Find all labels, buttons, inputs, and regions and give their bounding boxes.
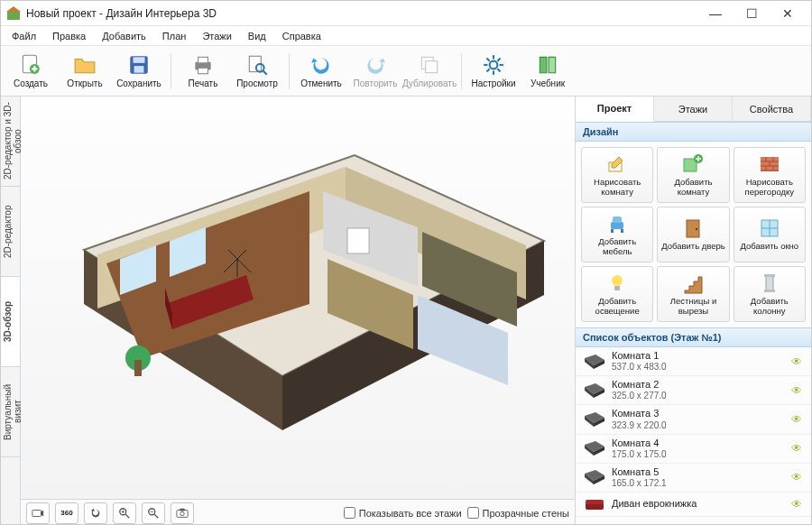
redo-button[interactable]: Повторить [351,49,400,94]
svg-point-56 [180,511,184,515]
tab-properties[interactable]: Свойства [733,97,811,121]
add-window-button[interactable]: Добавить окно [734,207,806,262]
svg-line-22 [486,69,489,71]
printer-icon [191,53,215,77]
menubar: Файл Правка Добавить План Этажи Вид Спра… [1,26,811,46]
save-button[interactable]: Сохранить [115,49,163,94]
viewport: 360 Показывать все этажи Прозрачные стен… [21,97,575,525]
transparent-walls-checkbox[interactable]: Прозрачные стены [467,507,569,519]
zoom-in-button[interactable] [113,502,136,524]
stairs-button[interactable]: Лестницы и вырезы [657,266,729,322]
svg-rect-8 [198,57,208,63]
minimize-button[interactable]: — [697,5,734,23]
tab-project[interactable]: Проект [576,97,654,122]
svg-point-15 [490,61,498,69]
toolbar-separator [171,53,171,89]
pencil-room-icon [606,153,628,175]
print-button[interactable]: Печать [179,49,227,94]
list-item[interactable]: Комната 1537.0 x 483.0 👁 [576,347,811,376]
menu-edit[interactable]: Правка [45,29,93,43]
svg-rect-0 [7,11,20,20]
tab-floors[interactable]: Этажи [654,97,733,121]
svg-point-75 [696,228,697,230]
svg-rect-57 [180,508,184,511]
svg-rect-6 [134,66,144,73]
add-room-button[interactable]: Добавить комнату [657,147,729,203]
menu-floors[interactable]: Этажи [195,29,238,43]
visibility-icon[interactable]: 👁 [791,442,804,455]
tab-2d3d[interactable]: 2D-редактор и 3D-обзор [1,97,20,187]
visibility-icon[interactable]: 👁 [791,384,804,397]
svg-rect-72 [611,229,614,233]
svg-rect-100 [586,500,604,504]
camera-button[interactable] [26,502,50,524]
design-section-header: Дизайн [576,122,811,142]
chair-icon [606,213,628,235]
room-shape-icon [583,410,606,428]
new-document-icon [19,53,42,77]
svg-rect-82 [764,274,775,277]
visibility-icon[interactable]: 👁 [791,471,804,484]
maximize-button[interactable]: ☐ [734,5,770,23]
menu-file[interactable]: Файл [5,29,43,43]
stairs-icon [682,272,704,294]
pan-360-button[interactable]: 360 [55,502,78,524]
menu-plan[interactable]: План [155,29,194,43]
svg-line-21 [497,69,500,71]
add-furniture-button[interactable]: Добавить мебель [581,207,653,262]
svg-line-53 [154,513,158,517]
visibility-icon[interactable]: 👁 [791,355,804,368]
create-button[interactable]: Создать [6,49,55,94]
left-sidebar-tabs: 2D-редактор и 3D-обзор 2D-редактор 3D-об… [1,97,21,525]
tutorial-button[interactable]: Учебник [523,49,572,94]
floppy-icon [127,53,151,77]
settings-button[interactable]: Настройки [469,49,518,94]
show-all-floors-checkbox[interactable]: Показывать все этажи [344,507,462,519]
menu-view[interactable]: Вид [241,29,273,43]
visibility-icon[interactable]: 👁 [791,413,804,426]
list-item[interactable]: Комната 4175.0 x 175.0 👁 [576,435,811,464]
draw-partition-button[interactable]: Нарисовать перегородку [734,147,806,203]
svg-rect-71 [613,216,622,223]
add-column-button[interactable]: Добавить колонну [734,266,806,322]
list-item[interactable]: Комната 5165.0 x 172.1 👁 [576,464,811,493]
tab-3d[interactable]: 3D-обзор [1,277,20,367]
tab-virtual[interactable]: Виртуальный визит [1,367,20,457]
menu-add[interactable]: Добавить [95,29,153,43]
add-door-button[interactable]: Добавить дверь [657,207,729,262]
add-room-icon [682,153,704,175]
svg-line-49 [125,513,129,517]
reset-view-button[interactable] [84,502,107,524]
zoom-out-button[interactable] [142,502,165,524]
app-icon [6,6,21,21]
list-item[interactable]: Диван еврокнижка 👁 [576,493,811,517]
titlebar: Новый проект - Дизайн Интерьера 3D — ☐ ✕ [1,1,811,26]
svg-marker-1 [6,6,21,12]
list-item[interactable]: Комната 3323.9 x 220.0 👁 [576,405,811,434]
add-lighting-button[interactable]: Добавить освещение [581,266,653,322]
draw-room-button[interactable]: Нарисовать комнату [581,147,653,203]
undo-button[interactable]: Отменить [297,49,346,94]
3d-canvas[interactable] [21,97,575,499]
list-item[interactable]: Комната 2325.0 x 277.0 👁 [576,376,811,405]
close-button[interactable]: ✕ [770,5,806,23]
svg-rect-35 [134,360,142,376]
menu-help[interactable]: Справка [275,29,328,43]
room-shape-icon [583,439,606,457]
svg-rect-55 [177,510,188,517]
duplicate-button[interactable]: Дублировать [405,49,454,94]
floorplan-3d-illustration [57,124,562,466]
toolbar: Создать Открыть Сохранить Печать Просмот… [1,46,811,97]
visibility-icon[interactable]: 👁 [791,498,804,511]
capture-button[interactable] [171,502,194,524]
svg-line-12 [263,71,267,75]
column-icon [759,272,780,294]
preview-button[interactable]: Просмотр [233,49,281,94]
objects-section-header: Список объектов (Этаж №1) [576,327,811,347]
sofa-icon [583,495,606,513]
tab-2d[interactable]: 2D-редактор [1,187,20,277]
window-icon [759,217,780,239]
undo-icon [309,53,333,77]
open-button[interactable]: Открыть [60,49,109,94]
svg-rect-83 [764,290,775,292]
